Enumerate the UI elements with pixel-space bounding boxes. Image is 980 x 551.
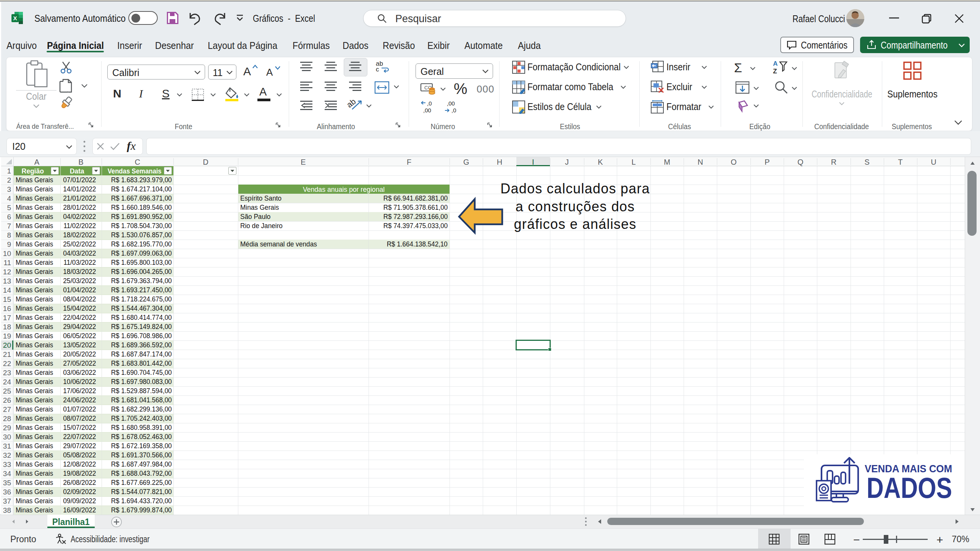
svg-text:,0: ,0: [451, 107, 456, 113]
svg-text:,0: ,0: [427, 100, 432, 107]
svg-text:,00: ,00: [447, 100, 455, 107]
svg-text:A: A: [773, 60, 778, 67]
svg-text:Z: Z: [773, 68, 777, 75]
svg-text:X: X: [13, 15, 17, 21]
svg-text:,00: ,00: [423, 107, 431, 113]
